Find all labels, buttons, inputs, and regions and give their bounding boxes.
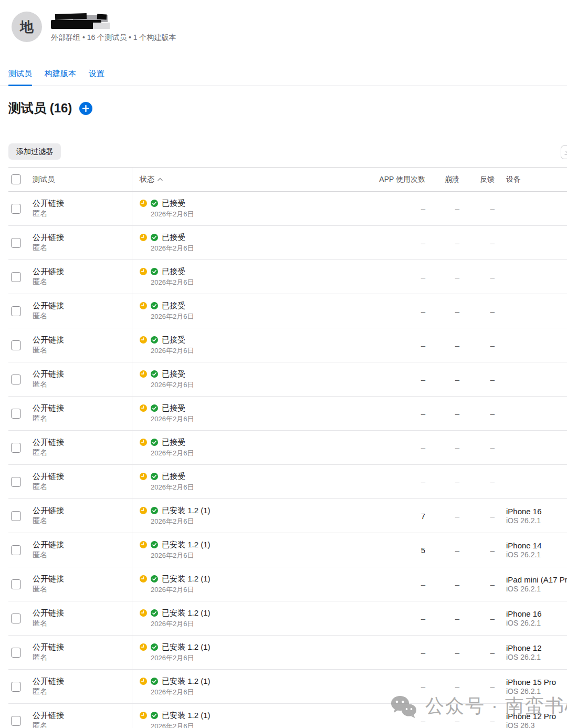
select-all-checkbox[interactable] bbox=[11, 174, 21, 184]
add-tester-button[interactable] bbox=[79, 102, 92, 115]
crashes-value: – bbox=[455, 512, 459, 521]
tester-name: 公开链接 bbox=[33, 267, 132, 277]
table-row: 公开链接 匿名 已安装 1.2 (1) 2026年2月6日 7 – – iPho… bbox=[8, 499, 567, 533]
tester-name: 公开链接 bbox=[33, 540, 132, 550]
row-checkbox[interactable] bbox=[11, 579, 21, 589]
app-usage-value: – bbox=[421, 307, 425, 316]
device-name: iPhone 16 bbox=[506, 609, 567, 618]
feedback-value: – bbox=[490, 341, 495, 350]
table-row: 公开链接 匿名 已安装 1.2 (1) 2026年2月6日 – – – iPho… bbox=[8, 636, 567, 670]
row-checkbox[interactable] bbox=[11, 340, 21, 350]
row-checkbox[interactable] bbox=[11, 716, 21, 726]
device-name: iPhone 15 Pro bbox=[506, 678, 567, 687]
tester-name: 公开链接 bbox=[33, 711, 132, 721]
feedback-value: – bbox=[490, 443, 495, 452]
export-icon[interactable] bbox=[561, 145, 567, 159]
row-checkbox[interactable] bbox=[11, 409, 21, 419]
status-text: 已接受 bbox=[162, 233, 185, 243]
table-body: 公开链接 匿名 已接受 2026年2月6日 – – – 公开链接 bbox=[8, 192, 567, 728]
device-os: iOS 26.2.1 bbox=[506, 550, 567, 559]
tab-settings[interactable]: 设置 bbox=[89, 69, 104, 86]
testflight-group-page: { "header": { "avatar_text": "地", "subti… bbox=[0, 0, 567, 728]
feedback-value: – bbox=[490, 648, 495, 657]
status-date: 2026年2月6日 bbox=[151, 449, 378, 458]
pending-clock-icon bbox=[140, 575, 147, 583]
device-name: iPhone 12 bbox=[506, 643, 567, 652]
installed-check-icon bbox=[151, 609, 158, 617]
tester-name: 公开链接 bbox=[33, 233, 132, 243]
row-checkbox[interactable] bbox=[11, 272, 21, 282]
feedback-value: – bbox=[490, 238, 495, 247]
pending-clock-icon bbox=[140, 643, 147, 651]
app-usage-value: – bbox=[421, 614, 425, 623]
device-os: iOS 26.2.1 bbox=[506, 585, 567, 593]
status-text: 已接受 bbox=[162, 438, 185, 448]
status-text: 已安装 1.2 (1) bbox=[162, 642, 211, 652]
crashes-value: – bbox=[455, 580, 459, 589]
table-row: 公开链接 匿名 已接受 2026年2月6日 – – – bbox=[8, 226, 567, 260]
tester-subtext: 匿名 bbox=[33, 346, 132, 355]
device-name: iPhone 16 bbox=[506, 507, 567, 516]
row-checkbox[interactable] bbox=[11, 511, 21, 521]
installed-check-icon bbox=[151, 302, 158, 309]
status-text: 已接受 bbox=[162, 403, 185, 413]
status-date: 2026年2月6日 bbox=[151, 210, 378, 219]
row-checkbox[interactable] bbox=[11, 306, 21, 316]
status-date: 2026年2月6日 bbox=[151, 278, 378, 287]
feedback-value: – bbox=[490, 204, 495, 213]
row-checkbox[interactable] bbox=[11, 477, 21, 487]
tester-name: 公开链接 bbox=[33, 199, 132, 209]
installed-check-icon bbox=[151, 234, 158, 241]
table-row: 公开链接 匿名 已接受 2026年2月6日 – – – bbox=[8, 328, 567, 362]
tester-subtext: 匿名 bbox=[33, 482, 132, 492]
page-title: 测试员 (16) bbox=[8, 100, 72, 117]
tester-subtext: 匿名 bbox=[33, 209, 132, 219]
status-text: 已安装 1.2 (1) bbox=[162, 711, 211, 721]
tester-name: 公开链接 bbox=[33, 369, 132, 379]
pending-clock-icon bbox=[140, 234, 147, 241]
app-usage-value: – bbox=[421, 580, 425, 589]
tester-subtext: 匿名 bbox=[33, 448, 132, 457]
status-date: 2026年2月6日 bbox=[151, 688, 378, 697]
status-text: 已安装 1.2 (1) bbox=[162, 540, 211, 550]
table-header: 测试员 状态 APP 使用次数 崩溃 反馈 设备 bbox=[8, 167, 567, 192]
crashes-value: – bbox=[455, 307, 459, 316]
device-os: iOS 26.2.1 bbox=[506, 687, 567, 695]
installed-check-icon bbox=[151, 200, 158, 207]
pending-clock-icon bbox=[140, 336, 147, 344]
table-row: 公开链接 匿名 已接受 2026年2月6日 – – – bbox=[8, 397, 567, 431]
app-usage-value: – bbox=[421, 409, 425, 418]
pending-clock-icon bbox=[140, 268, 147, 275]
row-checkbox[interactable] bbox=[11, 545, 21, 555]
column-header-status[interactable]: 状态 bbox=[132, 168, 378, 191]
pending-clock-icon bbox=[140, 200, 147, 207]
status-text: 已安装 1.2 (1) bbox=[162, 677, 211, 687]
installed-check-icon bbox=[151, 370, 158, 378]
crashes-value: – bbox=[455, 204, 459, 213]
app-usage-value: 5 bbox=[421, 546, 425, 555]
row-checkbox[interactable] bbox=[11, 375, 21, 384]
pending-clock-icon bbox=[140, 473, 147, 480]
row-checkbox[interactable] bbox=[11, 613, 21, 623]
row-checkbox[interactable] bbox=[11, 443, 21, 453]
feedback-value: – bbox=[490, 512, 495, 521]
tab-builds[interactable]: 构建版本 bbox=[45, 69, 76, 86]
app-usage-value: – bbox=[421, 443, 425, 452]
tab-testers[interactable]: 测试员 bbox=[8, 69, 32, 86]
status-date: 2026年2月6日 bbox=[151, 380, 378, 390]
row-checkbox[interactable] bbox=[11, 682, 21, 692]
sort-ascending-icon bbox=[158, 178, 163, 181]
row-checkbox[interactable] bbox=[11, 648, 21, 658]
table-row: 公开链接 匿名 已接受 2026年2月6日 – – – bbox=[8, 192, 567, 226]
column-header-tester: 测试员 bbox=[33, 168, 132, 191]
row-checkbox[interactable] bbox=[11, 238, 21, 248]
tester-subtext: 匿名 bbox=[33, 550, 132, 560]
pending-clock-icon bbox=[140, 541, 147, 548]
app-usage-value: – bbox=[421, 341, 425, 350]
add-filter-button[interactable]: 添加过滤器 bbox=[8, 143, 61, 160]
status-date: 2026年2月6日 bbox=[151, 244, 378, 253]
app-usage-value: – bbox=[421, 238, 425, 247]
row-checkbox[interactable] bbox=[11, 204, 21, 214]
device-os: iOS 26.2.1 bbox=[506, 619, 567, 627]
tester-subtext: 匿名 bbox=[33, 687, 132, 696]
